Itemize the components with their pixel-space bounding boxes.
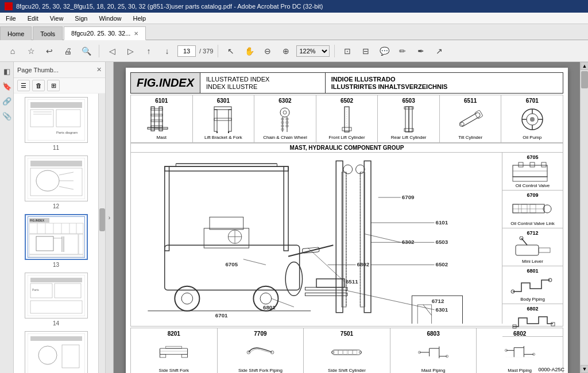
thumb-panel-title: Page Thumb... xyxy=(17,67,59,73)
part-6503: 6503 Rear Lift Cylinder xyxy=(378,95,440,142)
part-label-6503: Rear Lift Cylinder xyxy=(391,135,427,140)
toolbar-cursor-btn[interactable]: ↖ xyxy=(223,44,239,59)
toolbar-hand-btn[interactable]: ✋ xyxy=(241,44,257,59)
bottom-img-7501 xyxy=(331,338,362,367)
scroll-up-arrow[interactable]: ▲ xyxy=(581,62,588,70)
thumb-delete-btn[interactable]: 🗑 xyxy=(32,80,45,91)
toolbar-zoom-out-btn[interactable]: ⊖ xyxy=(260,44,276,59)
main-diagram: MAST, HYDRAULIC COMPONENT GROUP xyxy=(130,143,563,327)
menu-sign[interactable]: Sign xyxy=(72,14,90,23)
thumb-img-14: Parts xyxy=(25,273,88,318)
toolbar-zoom-marquee-btn[interactable]: 🔍 xyxy=(78,44,94,59)
menu-file[interactable]: File xyxy=(3,14,18,23)
part-6301: 6301 Lift Bracket & Fork xyxy=(193,95,255,142)
bottom-img-8201 xyxy=(158,338,189,367)
part-6302: 6302 xyxy=(254,95,316,142)
svg-rect-141 xyxy=(519,162,523,167)
menu-bar: File Edit View Sign Window Help xyxy=(0,13,588,24)
svg-text:6712: 6712 xyxy=(432,298,444,304)
svg-text:FIG.INDEX: FIG.INDEX xyxy=(30,219,45,222)
bottom-img-7709 xyxy=(245,338,276,367)
svg-rect-142 xyxy=(530,162,535,167)
menu-window[interactable]: Window xyxy=(96,14,123,23)
pdf-page: FIG.INDEX ILLUSTRATED INDEX INDEX ILLUST… xyxy=(126,68,568,373)
thumb-tools: ☰ 🗑 ⊞ xyxy=(14,78,105,94)
tab-tools-label: Tools xyxy=(40,30,55,37)
tab-close-icon[interactable]: ✕ xyxy=(134,30,138,37)
diagram-main-drawing: 6709 6302 6705 6802 xyxy=(131,153,502,324)
scroll-thumb[interactable] xyxy=(581,71,588,88)
toolbar-markup-btn[interactable]: ✏ xyxy=(394,44,411,59)
menu-edit[interactable]: Edit xyxy=(25,14,41,23)
top-parts-row: 6101 xyxy=(130,95,563,143)
svg-text:Parts: Parts xyxy=(32,288,39,292)
sidebar-link-icon[interactable]: 🔗 xyxy=(1,95,13,107)
sidebar-attachment-icon[interactable]: 📎 xyxy=(1,110,13,122)
svg-text:6705: 6705 xyxy=(225,261,238,267)
right-scrollbar[interactable]: ▲ ▼ xyxy=(580,62,588,373)
page-number-input[interactable]: 13 xyxy=(177,45,196,57)
panel-collapse-arrow[interactable]: › xyxy=(106,62,114,373)
toolbar-print-btn[interactable]: 🖨 xyxy=(60,44,76,59)
menu-help[interactable]: Help xyxy=(131,14,149,23)
tab-home[interactable]: Home xyxy=(0,26,32,40)
toolbar-sign-btn[interactable]: ✒ xyxy=(413,44,429,59)
tab-tools[interactable]: Tools xyxy=(33,26,63,40)
svg-rect-69 xyxy=(405,107,409,132)
bottom-label-8201: Side Shift Fork xyxy=(159,368,189,373)
part-img-6301 xyxy=(207,105,239,134)
toolbar-home-btn[interactable]: ⌂ xyxy=(5,44,21,59)
svg-text:Parts diagram: Parts diagram xyxy=(56,131,78,134)
thumb-panel-close[interactable]: ✕ xyxy=(96,66,102,73)
part-img-small-6801 xyxy=(510,274,556,297)
svg-text:6701: 6701 xyxy=(215,312,228,318)
toolbar-page-up-btn[interactable]: ↑ xyxy=(141,44,157,59)
scroll-down-arrow[interactable]: ▼ xyxy=(581,365,588,373)
svg-text:6802: 6802 xyxy=(357,261,369,267)
thumb-page-12[interactable]: 12 xyxy=(17,156,95,209)
svg-text:6101: 6101 xyxy=(436,219,448,226)
toolbar-comment-btn[interactable]: 💬 xyxy=(376,44,392,59)
svg-rect-45 xyxy=(151,120,163,122)
svg-rect-143 xyxy=(541,162,546,167)
toolbar-page-down-btn[interactable]: ↓ xyxy=(159,44,175,59)
part-img-6302 xyxy=(269,105,301,134)
toolbar-next-page-nav[interactable]: ▷ xyxy=(122,44,138,59)
toolbar-fit-btn[interactable]: ⊡ xyxy=(339,44,355,59)
toolbar-share-btn[interactable]: ↗ xyxy=(431,44,447,59)
bottom-label-7501: Side Shift Cylinder xyxy=(328,368,366,373)
part-6511: 6511 Tilt Cylinder xyxy=(440,95,502,142)
thumb-page-11[interactable]: Parts diagram 11 xyxy=(17,97,95,151)
part-img-small-6709 xyxy=(510,198,556,221)
sidebar-nav-icon[interactable]: ◧ xyxy=(1,65,13,77)
tab-document[interactable]: 8fgcu20. 25. 30. 32... ✕ xyxy=(64,26,146,40)
toolbar-star-btn[interactable]: ☆ xyxy=(23,44,39,59)
toolbar-spread-btn[interactable]: ⊟ xyxy=(358,44,374,59)
diagram-title: MAST, HYDRAULIC COMPONENT GROUP xyxy=(131,143,563,153)
sidebar-bookmark-icon[interactable]: 🔖 xyxy=(1,80,13,92)
svg-line-119 xyxy=(243,259,266,265)
toolbar-zoom-in-btn[interactable]: ⊕ xyxy=(278,44,294,59)
thumb-page-14[interactable]: Parts 14 xyxy=(17,273,95,327)
thumb-view-btn[interactable]: ☰ xyxy=(17,80,30,91)
thumb-page-13[interactable]: FIG.INDEX xyxy=(17,214,95,268)
thumb-page-15[interactable]: 15 xyxy=(17,331,95,373)
part-img-6701 xyxy=(516,105,548,134)
toolbar-prev-page-nav[interactable]: ◁ xyxy=(104,44,120,59)
right-label-6709: Oil Control Valve Link xyxy=(510,221,554,226)
toolbar-back-btn[interactable]: ↩ xyxy=(41,44,57,59)
tab-bar: Home Tools 8fgcu20. 25. 30. 32... ✕ xyxy=(0,24,588,40)
menu-view[interactable]: View xyxy=(48,14,66,23)
svg-text:6503: 6503 xyxy=(436,239,448,245)
pdf-view[interactable]: FIG.INDEX ILLUSTRATED INDEX INDEX ILLUST… xyxy=(114,62,580,373)
zoom-select[interactable]: 122% 100% 75% 50% xyxy=(296,45,330,57)
part-label-6101: Mast xyxy=(157,135,167,140)
thumb-scrollbar[interactable] xyxy=(98,94,105,373)
part-img-6511 xyxy=(455,105,486,134)
toolbar-sep-1 xyxy=(99,45,99,57)
bottom-label-6802b: Mast Piping xyxy=(508,368,532,373)
right-label-6712: Mini Lever xyxy=(522,259,543,264)
thumb-embed-btn[interactable]: ⊞ xyxy=(47,80,60,91)
svg-rect-172 xyxy=(343,351,347,355)
thumb-svg-15 xyxy=(28,333,85,373)
